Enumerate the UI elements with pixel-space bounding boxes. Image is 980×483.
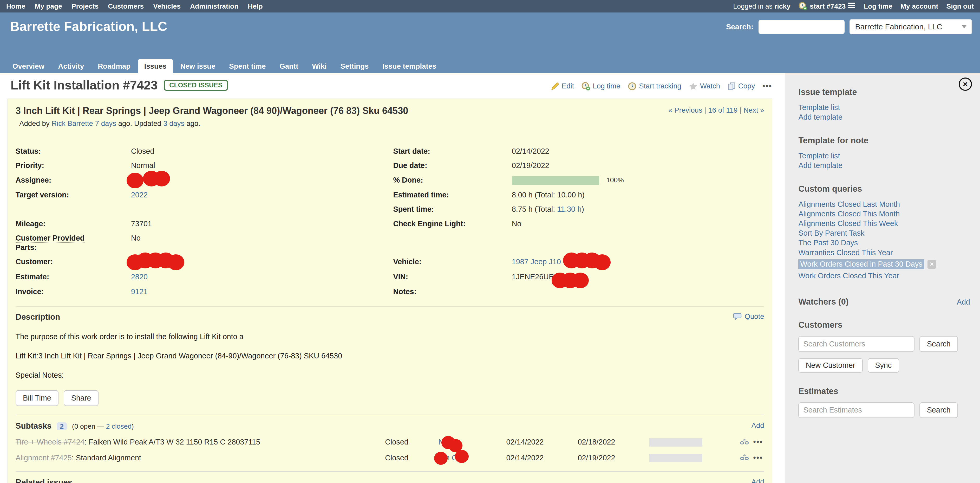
project-jump-select[interactable]: Barrette Fabrication, LLC <box>850 19 972 34</box>
issue-add-template-link[interactable]: Add template <box>798 112 971 122</box>
next-issue-link[interactable]: Next » <box>743 106 764 114</box>
estimated-time-label: Estimated time: <box>393 190 512 199</box>
subtask-more-button[interactable]: ••• <box>753 438 763 446</box>
custom-query-link[interactable]: Alignments Closed Last Month <box>798 199 971 209</box>
search-estimates-button[interactable]: Search <box>920 402 958 418</box>
more-actions-button[interactable]: ••• <box>762 82 772 91</box>
pagination-position: 16 of 119 <box>708 106 737 114</box>
status-badge: CLOSED ISSUES <box>164 80 228 91</box>
search-estimates-input[interactable] <box>798 402 915 418</box>
custom-query-link[interactable]: Sort By Parent Task <box>798 228 971 238</box>
bill-time-button[interactable]: Bill Time <box>16 390 59 406</box>
subtask-assignee: N <box>438 438 506 446</box>
pagination-separator: | <box>704 106 706 114</box>
target-version-link[interactable]: 2022 <box>131 191 148 199</box>
estimate-label: Estimate: <box>16 272 131 282</box>
tab-settings[interactable]: Settings <box>334 59 375 73</box>
priority-label: Priority: <box>16 161 131 170</box>
search-input[interactable] <box>759 20 845 34</box>
tab-activity[interactable]: Activity <box>52 59 91 73</box>
custom-query-link[interactable]: Alignments Closed This Week <box>798 219 971 228</box>
added-ago-link[interactable]: 7 days <box>95 120 116 128</box>
tab-wiki[interactable]: Wiki <box>306 59 333 73</box>
copy-button[interactable]: Copy <box>728 82 755 90</box>
topbar-sign-out[interactable]: Sign out <box>947 2 974 10</box>
tab-issue-templates[interactable]: Issue templates <box>376 59 442 73</box>
search-customers-button[interactable]: Search <box>920 336 958 352</box>
watch-button[interactable]: Watch <box>689 82 720 90</box>
log-time-button[interactable]: Log time <box>582 82 620 91</box>
topbar-vehicles[interactable]: Vehicles <box>153 2 181 10</box>
topbar-home[interactable]: Home <box>6 2 25 10</box>
tab-new-issue[interactable]: New issue <box>174 59 221 73</box>
share-button[interactable]: Share <box>64 390 99 406</box>
estimate-link[interactable]: 2820 <box>131 273 148 281</box>
subtasks-closed-link[interactable]: 2 closed <box>106 422 132 430</box>
tab-issues[interactable]: Issues <box>138 59 173 73</box>
subtask-link[interactable]: Alignment #7425 <box>16 454 72 462</box>
custom-query-link[interactable]: Work Orders Closed in Past 30 Days <box>800 260 923 268</box>
project-tabs: Overview Activity Roadmap Issues New iss… <box>6 59 442 73</box>
new-customer-button[interactable]: New Customer <box>798 358 862 373</box>
search-customers-input[interactable] <box>798 336 915 352</box>
add-watcher-link[interactable]: Add <box>957 298 970 306</box>
start-tracking-button[interactable]: Start tracking <box>628 82 681 91</box>
tab-overview[interactable]: Overview <box>6 59 51 73</box>
close-icon[interactable]: × <box>959 78 972 91</box>
top-menu: Home My page Projects Customers Vehicles… <box>6 2 263 10</box>
topbar-customers[interactable]: Customers <box>108 2 144 10</box>
topbar-projects[interactable]: Projects <box>72 2 99 10</box>
add-subtask-link[interactable]: Add <box>751 421 764 430</box>
updated-ago-link[interactable]: 3 days <box>163 120 184 128</box>
issue-template-list-link[interactable]: Template list <box>798 103 971 112</box>
topbar-administration[interactable]: Administration <box>190 2 239 10</box>
subtask-link[interactable]: Tire + Wheels #7424 <box>16 438 84 446</box>
vin-value: 1JENE26UE <box>512 272 764 282</box>
project-select-value: Barrette Fabrication, LLC <box>855 22 942 31</box>
spent-time-link[interactable]: 11.30 h <box>557 205 582 213</box>
custom-query-link[interactable]: Work Orders Closed This Year <box>798 271 971 281</box>
tab-spent-time[interactable]: Spent time <box>223 59 272 73</box>
note-template-list-link[interactable]: Template list <box>798 151 971 161</box>
custom-query-link[interactable]: The Past 30 Days <box>798 238 971 248</box>
watch-label: Watch <box>700 82 720 90</box>
spent-time-prefix: 8.75 h (Total: <box>512 205 557 213</box>
timer-list-icon[interactable] <box>848 2 856 10</box>
estimate-value: 2820 <box>131 272 393 282</box>
due-date-value: 02/19/2022 <box>512 161 764 170</box>
customer-value <box>131 257 393 267</box>
start-issue-timer-link[interactable]: start #7423 <box>810 2 846 10</box>
previous-issue-link[interactable]: « Previous <box>668 106 702 114</box>
check-engine-label: Check Engine Light: <box>393 219 512 228</box>
add-related-issue-link[interactable]: Add <box>751 478 764 483</box>
invoice-link[interactable]: 9121 <box>131 287 148 296</box>
redmine-page: Home My page Projects Customers Vehicles… <box>0 0 980 483</box>
mileage-label: Mileage: <box>16 219 131 228</box>
topbar-my-account[interactable]: My account <box>900 2 938 10</box>
customer-provided-parts-value: No <box>131 233 393 252</box>
remove-query-icon[interactable]: × <box>928 260 936 269</box>
note-add-template-link[interactable]: Add template <box>798 161 971 171</box>
vehicle-link[interactable]: 1987 Jeep J10 - <box>512 258 566 266</box>
topbar-my-page[interactable]: My page <box>35 2 62 10</box>
tab-gantt[interactable]: Gantt <box>273 59 304 73</box>
custom-query-selected-row: Work Orders Closed in Past 30 Days × <box>798 259 971 269</box>
topbar-help[interactable]: Help <box>248 2 262 10</box>
custom-query-link[interactable]: Alignments Closed This Month <box>798 209 971 219</box>
sync-button[interactable]: Sync <box>868 358 899 373</box>
custom-queries-heading: Custom queries <box>798 184 971 194</box>
related-issues-heading: Related issues <box>16 478 73 483</box>
quote-button[interactable]: Quote <box>733 312 764 321</box>
unlink-icon[interactable] <box>740 454 749 462</box>
custom-query-link[interactable]: Warranties Closed This Year <box>798 248 971 258</box>
subtasks-open-count: (0 open — <box>72 422 104 430</box>
subtask-due-date: 02/18/2022 <box>578 438 649 446</box>
customer-buttons-row: New Customer Sync <box>798 358 971 373</box>
tab-roadmap[interactable]: Roadmap <box>92 59 137 73</box>
subtask-more-button[interactable]: ••• <box>753 454 763 462</box>
edit-button[interactable]: Edit <box>551 82 574 90</box>
unlink-icon[interactable] <box>740 438 749 446</box>
spent-time-value: 8.75 h (Total: 11.30 h) <box>512 204 764 214</box>
topbar-log-time[interactable]: Log time <box>864 2 892 10</box>
author-link[interactable]: Rick Barrette <box>51 120 93 128</box>
